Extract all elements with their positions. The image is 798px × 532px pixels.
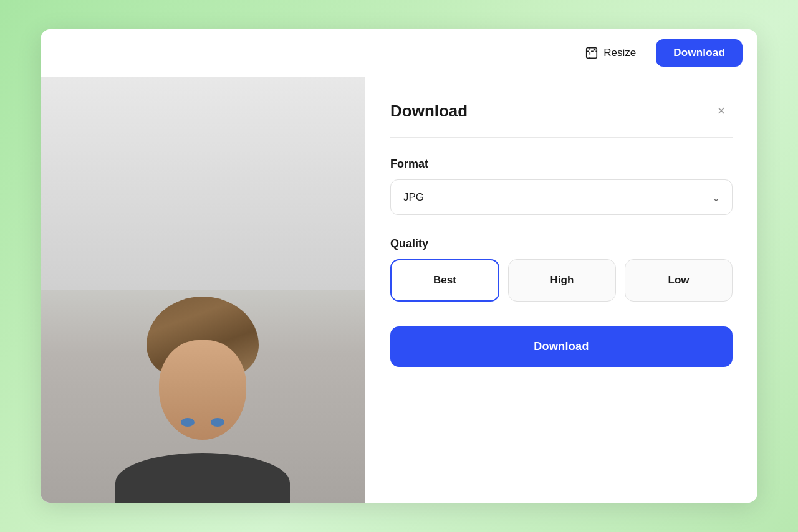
quality-label: Quality — [390, 237, 733, 250]
main-container: Resize Download Download × — [41, 29, 757, 503]
download-header-button[interactable]: Download — [656, 39, 743, 67]
resize-icon — [585, 46, 598, 60]
quality-options: Best High Low — [390, 259, 733, 302]
format-section: Format JPG PNG WEBP SVG ⌄ — [390, 158, 733, 237]
panel-title: Download — [390, 102, 468, 121]
image-top — [41, 77, 365, 290]
image-panel — [41, 77, 365, 503]
format-select[interactable]: JPG PNG WEBP SVG — [390, 179, 733, 215]
download-panel: Download × Format JPG PNG WEBP SVG ⌄ — [365, 77, 757, 503]
content-area: Download × Format JPG PNG WEBP SVG ⌄ — [41, 77, 757, 503]
portrait-eye-left — [181, 418, 195, 427]
format-select-container: JPG PNG WEBP SVG ⌄ — [390, 179, 733, 215]
resize-button[interactable]: Resize — [572, 40, 648, 66]
divider — [390, 137, 733, 138]
quality-section: Quality Best High Low — [390, 237, 733, 302]
image-bottom — [41, 290, 365, 503]
quality-low-button[interactable]: Low — [625, 259, 733, 302]
portrait-face — [159, 340, 246, 440]
quality-best-button[interactable]: Best — [390, 259, 499, 302]
panel-header: Download × — [390, 100, 733, 122]
close-button[interactable]: × — [710, 100, 733, 122]
quality-high-button[interactable]: High — [508, 259, 616, 302]
format-label: Format — [390, 158, 733, 171]
download-main-button[interactable]: Download — [390, 326, 733, 367]
toolbar: Resize Download — [41, 29, 757, 77]
portrait-eye-right — [211, 418, 224, 427]
resize-label: Resize — [603, 47, 636, 59]
